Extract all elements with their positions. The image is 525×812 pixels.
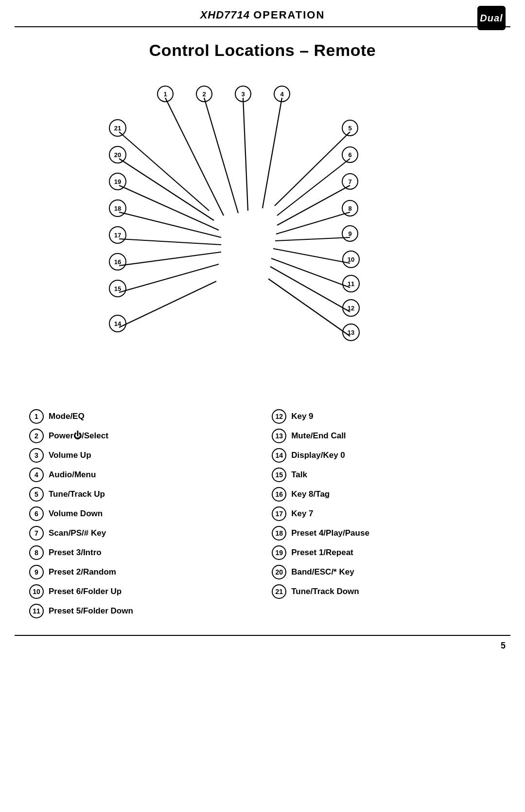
svg-line-17 (273, 249, 350, 263)
legend-number: 10 (29, 584, 44, 599)
footer: 5 (0, 636, 525, 656)
svg-text:1: 1 (163, 90, 167, 98)
legend-label: Preset 4/Play/Pause (291, 528, 369, 538)
page-number: 5 (501, 641, 506, 651)
legend-number: 15 (272, 468, 286, 482)
svg-text:11: 11 (348, 280, 354, 288)
legend-number: 20 (272, 565, 286, 579)
model-name: XHD7714 (200, 9, 250, 21)
logo-text: Dual (480, 13, 503, 24)
legend-number: 18 (272, 526, 286, 541)
svg-line-0 (119, 132, 209, 211)
legend: 1Mode/EQ2Power⏻/Select3Volume Up4Audio/M… (0, 400, 525, 623)
diagram-svg: 1 2 3 4 5 6 7 8 9 10 11 12 13 (0, 65, 525, 396)
svg-text:2: 2 (202, 90, 206, 98)
legend-number: 9 (29, 565, 44, 579)
svg-line-2 (119, 185, 219, 230)
legend-number: 5 (29, 487, 44, 502)
legend-item: 21Tune/Track Down (272, 584, 496, 599)
legend-number: 7 (29, 526, 44, 541)
legend-label: Preset 1/Repeat (291, 548, 353, 558)
legend-label: Band/ESC/* Key (291, 567, 354, 577)
legend-item: 3Volume Up (29, 448, 253, 463)
legend-item: 17Key 7 (272, 506, 496, 521)
legend-item: 2Power⏻/Select (29, 429, 253, 443)
legend-label: Mode/EQ (49, 412, 85, 421)
legend-item: 15Talk (272, 468, 496, 482)
svg-text:14: 14 (114, 320, 122, 327)
legend-label: Power⏻/Select (49, 431, 108, 441)
operation-label: OPERATION (253, 9, 325, 21)
svg-text:15: 15 (114, 285, 121, 292)
legend-item: 8Preset 3/Intro (29, 545, 253, 560)
svg-line-19 (270, 267, 350, 312)
svg-text:18: 18 (114, 205, 121, 212)
legend-item: 20Band/ESC/* Key (272, 565, 496, 579)
svg-text:8: 8 (348, 205, 351, 212)
legend-label: Key 7 (291, 509, 313, 519)
legend-item: 19Preset 1/Repeat (272, 545, 496, 560)
svg-text:13: 13 (348, 329, 354, 336)
legend-item: 16Key 8/Tag (272, 487, 496, 502)
svg-line-16 (275, 237, 350, 241)
svg-text:7: 7 (348, 178, 351, 185)
legend-number: 11 (29, 604, 44, 618)
svg-text:5: 5 (348, 125, 351, 132)
page-title: Control Locations – Remote (0, 41, 525, 60)
svg-text:9: 9 (348, 230, 351, 237)
legend-label: Key 9 (291, 412, 313, 421)
legend-right-col: 12Key 913Mute/End Call14Display/Key 015T… (272, 409, 496, 618)
legend-number: 14 (272, 448, 286, 463)
svg-text:12: 12 (348, 305, 354, 312)
legend-number: 1 (29, 409, 44, 424)
legend-label: Tune/Track Down (291, 587, 359, 596)
legend-label: Volume Down (49, 509, 103, 519)
legend-number: 8 (29, 545, 44, 560)
legend-number: 13 (272, 429, 286, 443)
svg-line-20 (268, 279, 350, 336)
svg-text:16: 16 (114, 258, 121, 266)
svg-line-18 (271, 258, 350, 288)
legend-label: Scan/PS/# Key (49, 528, 106, 538)
legend-number: 6 (29, 506, 44, 521)
legend-label: Display/Key 0 (291, 451, 345, 460)
legend-item: 14Display/Key 0 (272, 448, 496, 463)
legend-label: Talk (291, 470, 307, 480)
legend-item: 13Mute/End Call (272, 429, 496, 443)
svg-line-10 (243, 98, 248, 211)
legend-item: 18Preset 4/Play/Pause (272, 526, 496, 541)
legend-label: Preset 3/Intro (49, 548, 102, 558)
legend-number: 16 (272, 487, 286, 502)
legend-label: Audio/Menu (49, 470, 96, 480)
legend-label: Tune/Track Up (49, 489, 105, 499)
legend-number: 2 (29, 429, 44, 443)
legend-item: 10Preset 6/Folder Up (29, 584, 253, 599)
legend-number: 21 (272, 584, 286, 599)
header-title: XHD7714 OPERATION (200, 9, 325, 21)
header-divider (15, 26, 510, 27)
legend-label: Preset 5/Folder Down (49, 606, 133, 616)
svg-line-14 (277, 185, 350, 225)
svg-line-9 (204, 98, 238, 213)
legend-number: 17 (272, 506, 286, 521)
legend-item: 12Key 9 (272, 409, 496, 424)
legend-item: 6Volume Down (29, 506, 253, 521)
svg-text:17: 17 (114, 232, 121, 239)
svg-line-4 (119, 239, 221, 245)
legend-item: 1Mode/EQ (29, 409, 253, 424)
legend-number: 19 (272, 545, 286, 560)
svg-text:10: 10 (348, 256, 354, 263)
svg-text:20: 20 (114, 151, 121, 159)
svg-text:19: 19 (114, 178, 121, 185)
svg-text:4: 4 (280, 90, 284, 98)
legend-label: Key 8/Tag (291, 489, 330, 499)
diagram-area: 1 2 3 4 5 6 7 8 9 10 11 12 13 (0, 65, 525, 396)
legend-label: Preset 6/Folder Up (49, 587, 122, 596)
legend-item: 9Preset 2/Random (29, 565, 253, 579)
svg-line-11 (262, 98, 282, 208)
svg-text:6: 6 (348, 151, 351, 159)
header: XHD7714 OPERATION Dual (0, 0, 525, 26)
svg-line-6 (119, 264, 219, 292)
legend-left-col: 1Mode/EQ2Power⏻/Select3Volume Up4Audio/M… (29, 409, 253, 618)
svg-line-12 (275, 132, 350, 206)
